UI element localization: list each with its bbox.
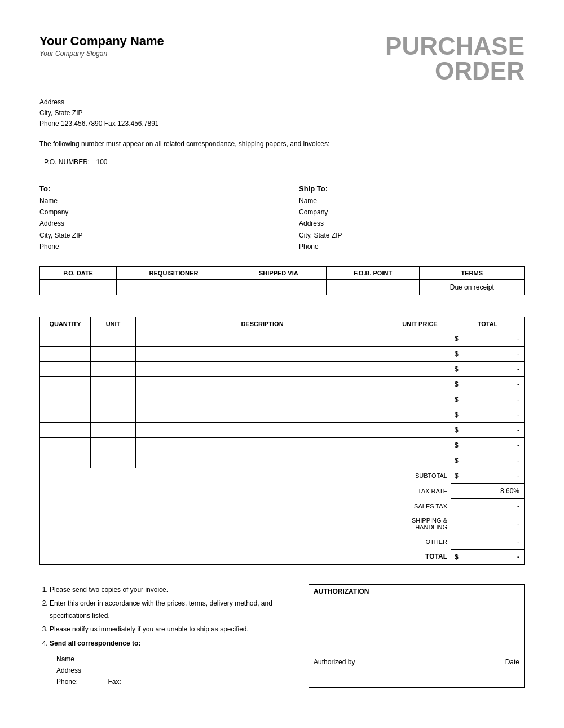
item-unit <box>91 453 136 468</box>
item-dollar: $ <box>451 361 466 376</box>
info-header-shipped-via: SHIPPED VIA <box>231 266 326 279</box>
date-label: Date <box>505 658 519 666</box>
item-row: $ - <box>40 392 525 407</box>
to-label: To: <box>39 183 265 195</box>
instruction-3: Please notify us immediately if you are … <box>50 624 297 636</box>
item-unit <box>91 422 136 437</box>
tax-rate-label: TAX RATE <box>389 483 451 498</box>
info-header-date: P.O. DATE <box>40 266 117 279</box>
authorization-box: AUTHORIZATION Authorized by Date <box>309 584 525 688</box>
shipping-row: SHIPPING & HANDLING - <box>40 514 525 534</box>
subtotal-label: SUBTOTAL <box>389 468 451 483</box>
to-company: Company <box>39 207 265 218</box>
item-dollar: $ <box>451 331 466 346</box>
other-row: OTHER - <box>40 534 525 549</box>
item-desc <box>136 392 389 407</box>
item-total: - <box>466 346 525 361</box>
item-unit <box>91 407 136 422</box>
po-number-block: P.O. NUMBER: 100 <box>39 158 525 166</box>
item-row: $ - <box>40 437 525 453</box>
total-dollar: $ <box>451 549 466 564</box>
item-dollar: $ <box>451 376 466 392</box>
item-dollar: $ <box>451 422 466 437</box>
item-unit-price <box>389 331 451 346</box>
info-table: P.O. DATE REQUISITIONER SHIPPED VIA F.O.… <box>39 266 525 295</box>
to-address: Address <box>39 218 265 229</box>
item-total: - <box>466 453 525 468</box>
item-qty <box>40 346 91 361</box>
page-header: Your Company Name Your Company Slogan PU… <box>39 34 525 84</box>
item-unit <box>91 437 136 453</box>
to-city: City, State ZIP <box>39 230 265 241</box>
shipping-value: - <box>451 514 525 534</box>
other-label: OTHER <box>389 534 451 549</box>
item-unit <box>91 376 136 392</box>
item-row: $ - <box>40 331 525 346</box>
instruction-2: Enter this order in accordance with the … <box>50 598 297 622</box>
subtotal-dollar: $ <box>451 468 466 483</box>
info-row: Due on receipt <box>40 279 525 295</box>
info-requisitioner <box>117 279 231 295</box>
item-desc <box>136 422 389 437</box>
instructions-list: Please send two copies of your invoice. … <box>39 584 297 650</box>
ship-address: Address <box>299 218 525 229</box>
sales-tax-value: - <box>451 498 525 514</box>
correspondence-fax-label: Fax: <box>108 678 121 686</box>
items-header-row: QUANTITY UNIT DESCRIPTION UNIT PRICE TOT… <box>40 317 525 331</box>
item-desc <box>136 331 389 346</box>
correspondence-block: Name Address Phone: Fax: <box>56 654 297 688</box>
item-total: - <box>466 392 525 407</box>
sales-tax-row: SALES TAX - <box>40 498 525 514</box>
po-number-label: P.O. NUMBER: <box>44 158 90 166</box>
item-row: $ - <box>40 453 525 468</box>
items-wrapper: QUANTITY UNIT DESCRIPTION UNIT PRICE TOT… <box>39 317 525 565</box>
to-phone: Phone <box>39 241 265 252</box>
company-info: Your Company Name Your Company Slogan <box>39 34 164 58</box>
correspondence-address: Address <box>56 665 297 676</box>
info-shipped-via <box>231 279 326 295</box>
ship-label: Ship To: <box>299 183 525 195</box>
item-unit-price <box>389 437 451 453</box>
item-desc <box>136 361 389 376</box>
item-row: $ - <box>40 407 525 422</box>
po-number-value: 100 <box>96 158 107 166</box>
col-header-quantity: QUANTITY <box>40 317 91 331</box>
company-slogan: Your Company Slogan <box>39 50 164 58</box>
footer-section: Please send two copies of your invoice. … <box>39 584 525 688</box>
subtotal-row: SUBTOTAL $ - <box>40 468 525 483</box>
item-unit-price <box>389 392 451 407</box>
item-desc <box>136 346 389 361</box>
item-total: - <box>466 361 525 376</box>
correspondence-phone-label: Phone: <box>56 678 78 686</box>
item-row: $ - <box>40 361 525 376</box>
authorized-by-label: Authorized by <box>314 658 355 666</box>
col-header-description: DESCRIPTION <box>136 317 389 331</box>
total-row: TOTAL $ - <box>40 549 525 564</box>
items-table: QUANTITY UNIT DESCRIPTION UNIT PRICE TOT… <box>39 317 525 565</box>
item-desc <box>136 437 389 453</box>
item-qty <box>40 407 91 422</box>
item-row: $ - <box>40 376 525 392</box>
item-unit-price <box>389 422 451 437</box>
item-dollar: $ <box>451 346 466 361</box>
address-line1: Address <box>39 97 525 108</box>
col-header-total: TOTAL <box>451 317 525 331</box>
document-title-line1: PURCHASE <box>385 34 525 59</box>
item-unit-price <box>389 453 451 468</box>
info-header-requisitioner: REQUISITIONER <box>117 266 231 279</box>
item-unit-price <box>389 346 451 361</box>
total-label: TOTAL <box>389 549 451 564</box>
document-title: PURCHASE ORDER <box>385 34 525 84</box>
ship-company: Company <box>299 207 525 218</box>
note-text: The following number must appear on all … <box>39 139 525 149</box>
tax-rate-value: 8.60% <box>451 483 525 498</box>
item-unit-price <box>389 376 451 392</box>
info-header-terms: TERMS <box>420 266 525 279</box>
item-desc <box>136 453 389 468</box>
item-unit <box>91 392 136 407</box>
correspondence-name: Name <box>56 654 297 665</box>
company-name: Your Company Name <box>39 34 164 49</box>
item-desc <box>136 376 389 392</box>
item-qty <box>40 361 91 376</box>
col-header-unit-price: UNIT PRICE <box>389 317 451 331</box>
